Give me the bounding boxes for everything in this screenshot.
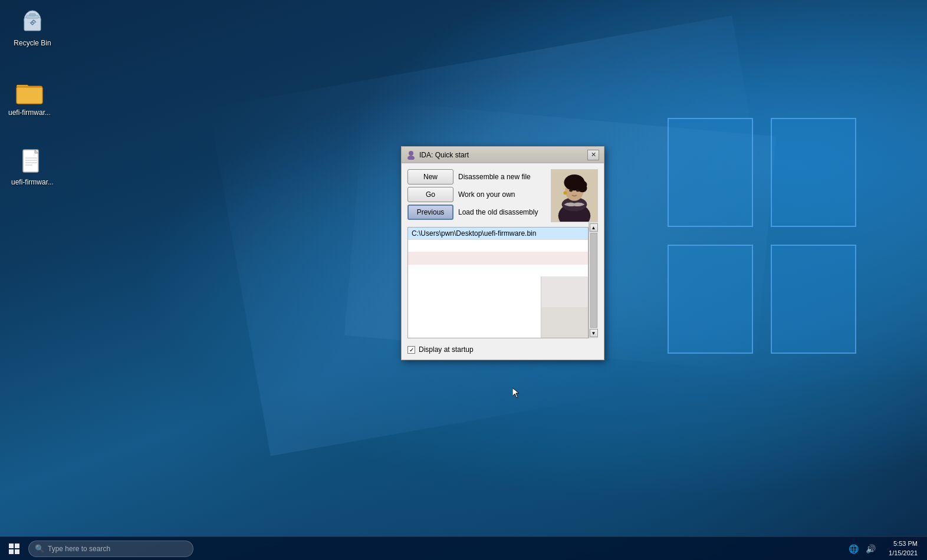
dialog-buttons-column: New Disassemble a new file Go Work on yo… (407, 169, 551, 222)
windows-logo-decoration (668, 118, 856, 354)
start-button[interactable] (0, 537, 28, 561)
scroll-thumb[interactable] (590, 233, 597, 328)
dialog-close-button[interactable]: ✕ (587, 150, 599, 160)
win-pane-topright (771, 118, 856, 227)
start-pane-tl (9, 543, 14, 548)
list-item-2 (408, 240, 588, 252)
recycle-bin-label: Recycle Bin (14, 39, 51, 47)
uefi-file-label: uefi-firmwar... (11, 178, 54, 186)
list-right-panel (541, 276, 588, 307)
win-pane-bottomright (771, 245, 856, 354)
taskbar-search[interactable]: 🔍 Type here to search (28, 541, 193, 557)
new-button-row: New Disassemble a new file (407, 169, 551, 185)
list-item-3 (408, 252, 588, 265)
new-button-description: Disassemble a new file (458, 173, 531, 181)
volume-icon[interactable]: 🔊 (863, 542, 878, 556)
ida-title-icon (406, 150, 416, 160)
list-bottom-rows (408, 276, 588, 307)
taskbar-right: 🌐 🔊 5:53 PM 1/15/2021 (841, 537, 927, 561)
recent-file-selected[interactable]: C:\Users\pwn\Desktop\uefi-firmware.bin (408, 228, 588, 240)
list-item-4 (408, 265, 588, 276)
list-right-panel-2 (541, 307, 588, 338)
list-scrollbar[interactable]: ▲ ▼ (589, 222, 598, 338)
svg-point-27 (563, 191, 567, 195)
svg-rect-3 (29, 14, 35, 16)
desktop-icon-uefi-file[interactable]: uefi-firmwar... (6, 145, 59, 189)
svg-point-26 (576, 189, 580, 192)
scroll-down-arrow[interactable]: ▼ (590, 329, 598, 337)
scroll-up-arrow[interactable]: ▲ (590, 223, 598, 232)
folder-icon (15, 78, 44, 106)
time-display: 5:53 PM (889, 539, 918, 548)
uefi-folder-label: uefi-firmwar... (8, 108, 51, 117)
previous-button[interactable]: Previous (407, 205, 453, 220)
list-empty-area-2 (408, 307, 541, 338)
display-at-startup-checkbox[interactable]: ✓ (407, 346, 415, 354)
ida-portrait (551, 169, 598, 222)
previous-button-description: Load the old disassembly (458, 208, 538, 216)
recent-files-list[interactable]: C:\Users\pwn\Desktop\uefi-firmware.bin (407, 227, 589, 338)
search-placeholder: Type here to search (48, 545, 110, 553)
date-display: 1/15/2021 (889, 549, 918, 558)
previous-button-row: Previous Load the old disassembly (407, 205, 551, 220)
dialog-footer: ✓ Display at startup (407, 343, 598, 354)
taskbar-clock[interactable]: 5:53 PM 1/15/2021 (884, 539, 922, 558)
win-pane-topleft (668, 118, 753, 227)
network-icon[interactable]: 🌐 (846, 542, 861, 556)
desktop-icon-uefi-folder[interactable]: uefi-firmwar... (3, 75, 56, 119)
dialog-titlebar: IDA: Quick start ✕ (402, 147, 604, 163)
list-bottom-rows-2 (408, 307, 588, 338)
checkbox-checkmark: ✓ (409, 347, 414, 353)
ida-dialog: IDA: Quick start ✕ New Disassemble a new… (401, 146, 604, 360)
recycle-bin-icon (18, 8, 47, 37)
taskbar-system-icons: 🌐 🔊 (841, 542, 883, 556)
display-at-startup-label: Display at startup (419, 345, 474, 354)
go-button-description: Work on your own (458, 190, 515, 199)
dialog-title-text: IDA: Quick start (419, 151, 469, 159)
dialog-title-area: IDA: Quick start (406, 150, 469, 160)
recent-files-container: C:\Users\pwn\Desktop\uefi-firmware.bin ▲… (407, 222, 598, 338)
taskbar: 🔍 Type here to search 🌐 🔊 5:53 PM 1/15/2… (0, 536, 927, 560)
start-pane-tr (15, 543, 19, 548)
start-pane-br (15, 549, 19, 554)
svg-point-16 (407, 156, 415, 160)
search-icon: 🔍 (35, 544, 44, 553)
list-empty-area (408, 276, 541, 307)
start-pane-bl (9, 549, 14, 554)
win-pane-bottomleft (668, 245, 753, 354)
desktop-icon-recycle-bin[interactable]: Recycle Bin (6, 6, 59, 50)
dialog-top-row: New Disassemble a new file Go Work on yo… (407, 169, 598, 222)
dialog-body: New Disassemble a new file Go Work on yo… (402, 163, 604, 360)
svg-rect-8 (17, 87, 42, 104)
go-button-row: Go Work on your own (407, 187, 551, 202)
start-icon (9, 543, 19, 554)
new-button[interactable]: New (407, 169, 453, 185)
go-button[interactable]: Go (407, 187, 453, 202)
svg-point-15 (409, 151, 413, 156)
file-icon (18, 147, 47, 176)
svg-point-25 (569, 189, 573, 192)
